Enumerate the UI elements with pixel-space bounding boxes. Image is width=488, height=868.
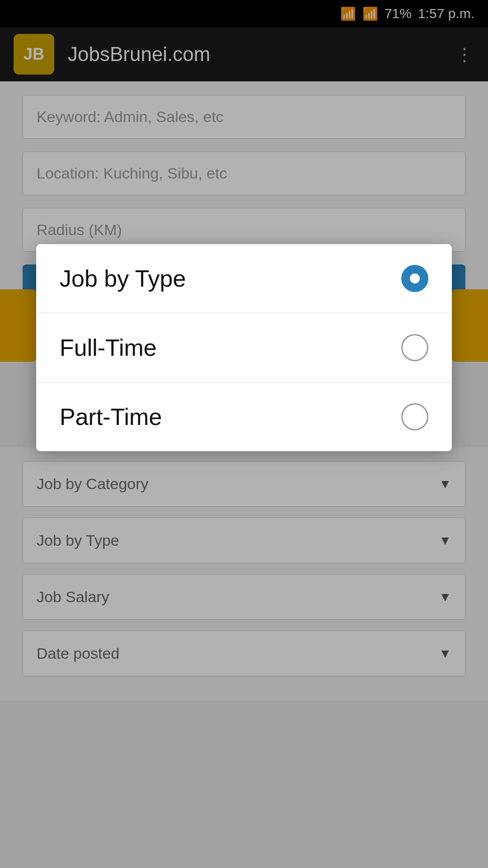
job-type-modal: Job by Type Full-Time Part-Time <box>36 244 452 451</box>
modal-item-job-by-type[interactable]: Job by Type <box>36 244 452 313</box>
modal-item-part-time[interactable]: Part-Time <box>36 382 452 451</box>
radio-job-by-type[interactable] <box>401 265 428 292</box>
modal-item-label-job-by-type: Job by Type <box>60 265 186 292</box>
modal-overlay[interactable]: Job by Type Full-Time Part-Time <box>0 0 488 868</box>
radio-part-time[interactable] <box>401 403 428 430</box>
modal-item-label-part-time: Part-Time <box>60 403 162 430</box>
radio-full-time[interactable] <box>401 334 428 361</box>
modal-item-full-time[interactable]: Full-Time <box>36 313 452 382</box>
modal-item-label-full-time: Full-Time <box>60 334 157 361</box>
